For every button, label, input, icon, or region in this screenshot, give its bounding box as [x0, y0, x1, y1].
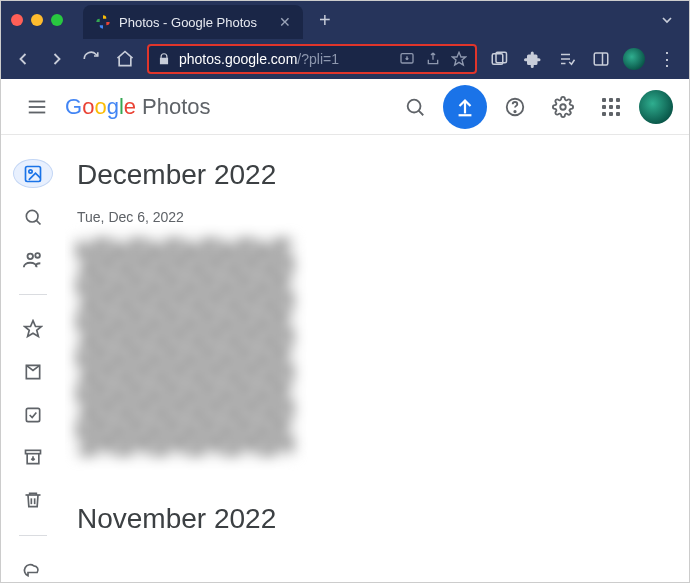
home-button[interactable]	[113, 47, 137, 71]
svg-point-20	[26, 210, 38, 222]
sidebar-trash[interactable]	[13, 486, 53, 515]
search-button[interactable]	[395, 87, 435, 127]
bookmark-star-icon[interactable]	[451, 51, 467, 67]
tab-title: Photos - Google Photos	[119, 15, 257, 30]
account-avatar[interactable]	[639, 90, 673, 124]
share-icon[interactable]	[425, 51, 441, 67]
svg-line-13	[419, 110, 424, 115]
sidebar-favorites[interactable]	[13, 315, 53, 344]
new-tab-button[interactable]: +	[313, 7, 337, 34]
extensions-icon[interactable]	[521, 47, 545, 71]
svg-line-21	[36, 220, 40, 224]
install-app-icon[interactable]	[399, 51, 415, 67]
photo-grid: December 2022 Tue, Dec 6, 2022 November …	[65, 135, 689, 583]
sidebar	[1, 135, 65, 583]
sidebar-albums[interactable]	[13, 357, 53, 386]
google-photos-logo[interactable]: Google Photos	[65, 94, 211, 120]
svg-marker-1	[452, 52, 465, 65]
sidebar-sharing[interactable]	[13, 245, 53, 274]
window-close-dot[interactable]	[11, 14, 23, 26]
sidebar-archive[interactable]	[13, 443, 53, 472]
svg-rect-7	[594, 53, 608, 65]
google-wordmark: Google	[65, 94, 136, 120]
main-menu-button[interactable]	[17, 87, 57, 127]
tab-overview-icon[interactable]	[487, 47, 511, 71]
forward-button[interactable]	[45, 47, 69, 71]
svg-point-12	[408, 99, 421, 112]
url-host: photos.google.com/?pli=1	[179, 51, 339, 67]
date-header: Tue, Dec 6, 2022	[77, 209, 677, 225]
sidebar-storage[interactable]	[13, 555, 53, 583]
window-minimize-dot[interactable]	[31, 14, 43, 26]
chevron-down-icon[interactable]	[655, 8, 679, 32]
svg-rect-26	[26, 451, 41, 454]
address-bar[interactable]: photos.google.com/?pli=1	[147, 44, 477, 74]
svg-point-19	[29, 170, 32, 173]
sidebar-separator	[19, 294, 47, 295]
upload-button[interactable]	[443, 85, 487, 129]
window-maximize-dot[interactable]	[51, 14, 63, 26]
side-panel-icon[interactable]	[589, 47, 613, 71]
help-button[interactable]	[495, 87, 535, 127]
month-header: December 2022	[77, 159, 677, 191]
browser-menu-button[interactable]: ⋮	[655, 47, 679, 71]
logo-product-name: Photos	[142, 94, 211, 120]
profile-avatar-small[interactable]	[623, 48, 645, 70]
svg-point-22	[28, 253, 34, 259]
sidebar-utilities[interactable]	[13, 400, 53, 429]
svg-point-23	[35, 253, 40, 258]
browser-tab[interactable]: Photos - Google Photos ✕	[83, 5, 303, 39]
settings-button[interactable]	[543, 87, 583, 127]
close-icon[interactable]: ✕	[279, 14, 291, 30]
svg-rect-25	[26, 408, 39, 421]
reading-list-icon[interactable]	[555, 47, 579, 71]
apps-grid-icon	[602, 98, 620, 116]
month-header: November 2022	[77, 503, 677, 535]
lock-icon	[157, 52, 171, 66]
sidebar-separator	[19, 535, 47, 536]
svg-point-16	[514, 110, 515, 111]
pinwheel-icon	[95, 14, 111, 30]
photo-thumbnail[interactable]	[77, 239, 293, 455]
reload-button[interactable]	[79, 47, 103, 71]
svg-marker-24	[25, 321, 42, 337]
google-apps-button[interactable]	[591, 87, 631, 127]
sidebar-explore[interactable]	[13, 202, 53, 231]
back-button[interactable]	[11, 47, 35, 71]
sidebar-photos[interactable]	[13, 159, 53, 188]
svg-point-17	[560, 104, 566, 110]
svg-rect-18	[26, 166, 41, 181]
